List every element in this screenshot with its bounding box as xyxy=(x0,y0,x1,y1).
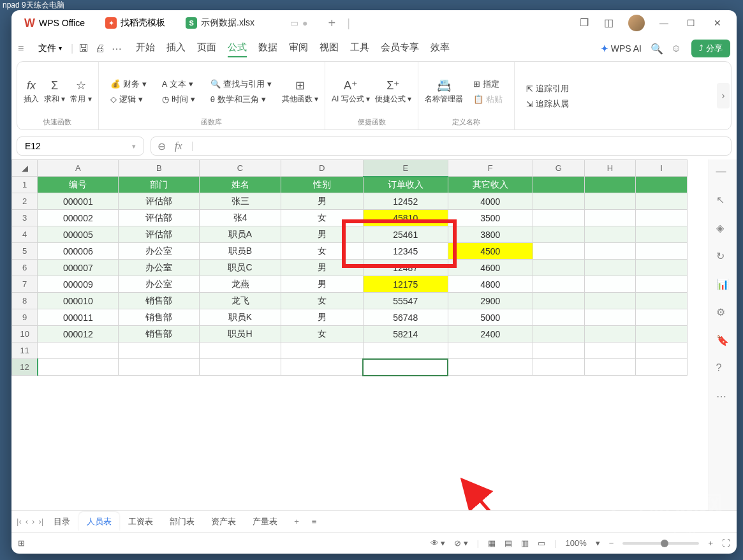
cell[interactable] xyxy=(363,343,448,359)
cell[interactable]: 3500 xyxy=(448,210,533,226)
cell[interactable] xyxy=(119,359,200,376)
menu-tab-公式[interactable]: 公式 xyxy=(228,39,247,57)
cell[interactable]: 张4 xyxy=(200,210,281,226)
maximize-button[interactable]: ☐ xyxy=(683,18,698,28)
cell[interactable]: 评估部 xyxy=(119,226,200,243)
ai-write-formula-button[interactable]: A⁺AI 写公式 ▾ xyxy=(332,67,370,116)
menu-tab-视图[interactable]: 视图 xyxy=(320,39,339,57)
column-header[interactable]: E xyxy=(363,160,448,177)
select-all-corner[interactable]: ◢ xyxy=(12,160,38,177)
cell[interactable]: 5000 xyxy=(448,309,533,326)
cell[interactable]: 12452 xyxy=(363,193,448,210)
cell[interactable] xyxy=(281,359,363,376)
save-icon[interactable]: 🖫 xyxy=(78,43,90,54)
cell[interactable] xyxy=(119,343,200,359)
row-header[interactable]: 2 xyxy=(12,193,38,210)
menu-tab-效率[interactable]: 效率 xyxy=(430,39,450,57)
cell[interactable]: 女 xyxy=(281,210,363,226)
sheet-tab[interactable]: 部门表 xyxy=(162,512,202,531)
window-multi-icon[interactable]: ❐ xyxy=(580,17,592,29)
view-layout-icon[interactable]: ▥ xyxy=(521,538,529,548)
table-header-cell[interactable]: 性别 xyxy=(281,177,363,193)
formula-bar[interactable]: ⊖ fx | xyxy=(151,136,732,156)
cell[interactable]: 000002 xyxy=(38,210,119,226)
cell[interactable]: 4600 xyxy=(448,260,533,276)
avatar[interactable] xyxy=(628,15,645,31)
table-header-cell[interactable]: 订单收入 xyxy=(363,177,448,193)
cell[interactable]: 女 xyxy=(281,326,363,343)
table-header-cell[interactable]: 部门 xyxy=(119,177,200,193)
cell[interactable]: 000009 xyxy=(38,276,119,293)
cell[interactable]: 女 xyxy=(281,243,363,260)
cell[interactable]: 销售部 xyxy=(119,309,200,326)
cell[interactable]: 销售部 xyxy=(119,326,200,343)
cell[interactable] xyxy=(533,359,584,376)
row-header[interactable]: 7 xyxy=(12,276,38,293)
row-header[interactable]: 3 xyxy=(12,210,38,226)
cell[interactable]: 000001 xyxy=(38,193,119,210)
cell[interactable]: 45810 xyxy=(363,210,448,226)
cell[interactable]: 25461 xyxy=(363,226,448,243)
cell[interactable]: 58214 xyxy=(363,326,448,343)
style-icon[interactable]: ◈ xyxy=(716,222,730,236)
sheet-nav-next[interactable]: › xyxy=(32,517,34,526)
row-header[interactable]: 12 xyxy=(12,359,38,376)
cell[interactable] xyxy=(38,343,119,359)
cell[interactable]: 000012 xyxy=(38,326,119,343)
cell[interactable]: 办公室 xyxy=(119,243,200,260)
ribbon-next-button[interactable]: › xyxy=(717,83,730,108)
more-icon[interactable]: ⋯ xyxy=(112,43,123,54)
cell[interactable]: 2900 xyxy=(448,293,533,309)
sheet-nav-first[interactable]: |‹ xyxy=(17,517,22,526)
sheet-tab[interactable]: 产量表 xyxy=(245,512,285,531)
settings-icon[interactable]: ⊞ xyxy=(18,538,25,548)
cell[interactable]: 龙燕 xyxy=(200,276,281,293)
sheet-nav-last[interactable]: ›| xyxy=(38,517,43,526)
cell[interactable]: 男 xyxy=(281,193,363,210)
zoom-value[interactable]: 100% xyxy=(566,538,587,548)
bookmark-icon[interactable]: 🔖 xyxy=(716,334,730,348)
cell[interactable]: 职员K xyxy=(200,309,281,326)
cell[interactable] xyxy=(38,359,119,376)
close-button[interactable]: ✕ xyxy=(710,18,725,28)
cell[interactable] xyxy=(533,343,584,359)
row-header[interactable]: 5 xyxy=(12,243,38,260)
trace-precedents-button[interactable]: ⇱ 追踪引用 xyxy=(526,83,569,94)
cell[interactable]: 男 xyxy=(281,276,363,293)
sheet-tab[interactable]: 资产表 xyxy=(203,512,244,531)
cell[interactable]: 4000 xyxy=(448,193,533,210)
math-button[interactable]: θ 数学和三角 ▾ xyxy=(210,94,272,105)
cell[interactable]: 张三 xyxy=(200,193,281,210)
trace-dependents-button[interactable]: ⇲ 追踪从属 xyxy=(526,98,569,110)
table-header-cell[interactable]: 姓名 xyxy=(200,177,281,193)
cursor-icon[interactable]: ↖ xyxy=(716,194,730,208)
share-button[interactable]: ⤴ 分享 xyxy=(691,40,730,57)
menu-tab-工具[interactable]: 工具 xyxy=(350,39,369,57)
cell[interactable] xyxy=(448,343,533,359)
zoom-in-button[interactable]: + xyxy=(708,538,713,548)
name-box[interactable]: E12 ▾ xyxy=(17,136,144,156)
cell[interactable]: 职员A xyxy=(200,226,281,243)
cell[interactable] xyxy=(636,359,688,376)
zoom-out-icon[interactable]: ⊖ xyxy=(158,140,166,152)
print-icon[interactable]: 🖨 xyxy=(95,43,107,54)
logic-button[interactable]: ◇ 逻辑 ▾ xyxy=(110,94,147,105)
row-header[interactable]: 10 xyxy=(12,326,38,343)
column-header[interactable]: C xyxy=(200,160,281,177)
minimize-button[interactable]: — xyxy=(656,18,672,28)
tab-templates[interactable]: ✦ 找稻壳模板 xyxy=(96,13,174,33)
cell[interactable] xyxy=(200,359,281,376)
cell[interactable]: 3800 xyxy=(448,226,533,243)
sheet-nav-prev[interactable]: ‹ xyxy=(26,517,28,526)
cell[interactable]: 55547 xyxy=(363,293,448,309)
tab-document[interactable]: S 示例数据.xlsx ▭ ● xyxy=(177,13,316,33)
cell[interactable]: 2400 xyxy=(448,326,533,343)
column-header[interactable]: A xyxy=(38,160,119,177)
more-rail-icon[interactable]: ⋯ xyxy=(716,390,730,404)
sheet-tab[interactable]: 目录 xyxy=(46,512,78,531)
row-header[interactable]: 4 xyxy=(12,226,38,243)
cell[interactable]: 男 xyxy=(281,226,363,243)
assign-button[interactable]: ⊞ 指定 xyxy=(473,78,503,90)
view-normal-icon[interactable]: ▦ xyxy=(488,538,496,548)
cell[interactable]: 56748 xyxy=(363,309,448,326)
